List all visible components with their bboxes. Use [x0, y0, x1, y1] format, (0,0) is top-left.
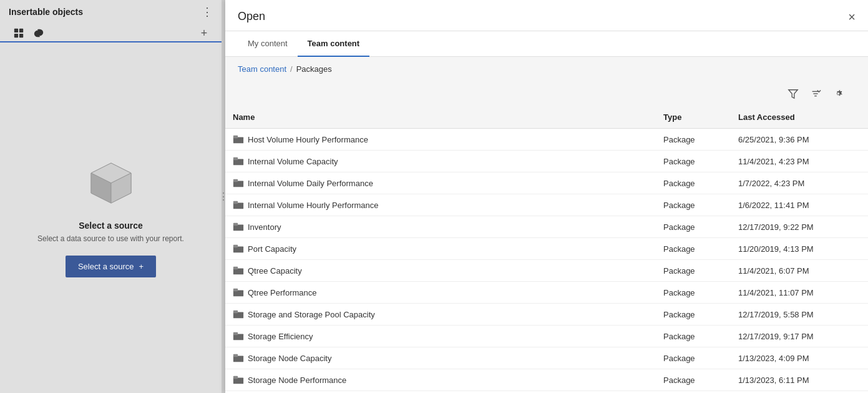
row-name-cell: Storage Node Capacity	[225, 347, 656, 369]
row-last-accessed-cell: 1/13/2023, 4:09 PM	[731, 347, 868, 369]
row-type-cell: Package	[656, 326, 731, 347]
row-last-accessed-cell: 6/25/2021, 9:36 PM	[731, 129, 868, 151]
row-type-cell: Package	[656, 304, 731, 326]
row-last-accessed-cell: 12/17/2019, 9:22 PM	[731, 216, 868, 238]
svg-rect-0	[14, 29, 18, 32]
select-source-plus-icon: +	[139, 262, 144, 271]
svg-rect-17	[233, 179, 238, 182]
dialog: Open × My content Team content Team cont…	[225, 0, 868, 393]
row-name-cell: Internal Volume Hourly Performance	[225, 194, 656, 216]
dialog-title: Open	[238, 10, 265, 23]
row-name-cell: Storage and Storage Pool Capacity	[225, 304, 656, 326]
select-source-btn-label: Select a source	[78, 262, 134, 271]
left-panel-top-icons: ⋮	[202, 5, 213, 19]
row-last-accessed-cell: 12/17/2019, 9:17 PM	[731, 326, 868, 347]
dialog-toolbar	[225, 81, 868, 106]
table-row[interactable]: Storage Node CapacityPackage1/13/2023, 4…	[225, 347, 868, 369]
filter-icon[interactable]	[786, 86, 801, 101]
tab-team-content[interactable]: Team content	[298, 31, 370, 57]
row-name-cell: Qtree Capacity	[225, 260, 656, 282]
row-type-cell: Package	[656, 151, 731, 172]
table-row[interactable]: Internal Volume Daily PerformancePackage…	[225, 172, 868, 194]
svg-rect-33	[233, 354, 238, 357]
tab-icons	[10, 25, 47, 41]
svg-rect-25	[233, 267, 238, 270]
table-row[interactable]: Storage and Storage Pool CapacityPackage…	[225, 304, 868, 326]
packages-table: Name Type Last Accessed Host Volume Hour…	[225, 106, 868, 391]
col-type: Type	[656, 106, 731, 129]
table-row[interactable]: Internal Volume Hourly PerformancePackag…	[225, 194, 868, 216]
dialog-header: Open ×	[225, 0, 868, 31]
row-last-accessed-cell: 1/7/2022, 4:23 PM	[731, 172, 868, 194]
table-row[interactable]: Storage EfficiencyPackage12/17/2019, 9:1…	[225, 326, 868, 347]
row-type-cell: Package	[656, 129, 731, 151]
select-source-desc: Select a data source to use with your re…	[37, 234, 184, 243]
table-header-row: Name Type Last Accessed	[225, 106, 868, 129]
breadcrumb-packages: Packages	[296, 64, 332, 74]
table-row[interactable]: Qtree CapacityPackage11/4/2021, 6:07 PM	[225, 260, 868, 282]
row-type-cell: Package	[656, 282, 731, 304]
row-last-accessed-cell: 11/20/2019, 4:13 PM	[731, 238, 868, 260]
svg-rect-35	[233, 376, 238, 379]
dialog-tabs: My content Team content	[225, 31, 868, 57]
settings-icon[interactable]	[831, 86, 846, 101]
row-name-cell: Storage Efficiency	[225, 326, 656, 347]
table-row[interactable]: Qtree PerformancePackage11/4/2021, 11:07…	[225, 282, 868, 304]
row-name-cell: Storage Node Performance	[225, 369, 656, 391]
row-last-accessed-cell: 12/17/2019, 5:58 PM	[731, 304, 868, 326]
row-name-cell: Inventory	[225, 216, 656, 238]
col-name: Name	[225, 106, 656, 129]
row-name-cell: Internal Volume Capacity	[225, 151, 656, 172]
left-panel-toolbar: +	[0, 19, 222, 42]
cube-icon	[86, 158, 136, 208]
link-tab-icon[interactable]	[30, 25, 47, 42]
svg-rect-13	[233, 136, 238, 139]
row-type-cell: Package	[656, 172, 731, 194]
svg-rect-27	[233, 289, 238, 292]
row-type-cell: Package	[656, 260, 731, 282]
svg-rect-3	[19, 34, 23, 37]
add-button[interactable]: +	[197, 26, 212, 41]
left-panel: Insertable objects ⋮ +	[0, 0, 222, 393]
row-type-cell: Package	[656, 369, 731, 391]
svg-rect-23	[233, 245, 238, 248]
row-name-cell: Port Capacity	[225, 238, 656, 260]
row-last-accessed-cell: 1/13/2023, 6:11 PM	[731, 369, 868, 391]
svg-rect-21	[233, 223, 238, 226]
table-row[interactable]: Storage Node PerformancePackage1/13/2023…	[225, 369, 868, 391]
table-row[interactable]: Port CapacityPackage11/20/2019, 4:13 PM	[225, 238, 868, 260]
select-source-button[interactable]: Select a source +	[66, 256, 156, 277]
table-container[interactable]: Name Type Last Accessed Host Volume Hour…	[225, 106, 868, 393]
table-row[interactable]: InventoryPackage12/17/2019, 9:22 PM	[225, 216, 868, 238]
svg-rect-29	[233, 311, 238, 314]
row-name-cell: Qtree Performance	[225, 282, 656, 304]
row-type-cell: Package	[656, 238, 731, 260]
row-type-cell: Package	[656, 216, 731, 238]
col-last-accessed: Last Accessed	[731, 106, 868, 129]
row-type-cell: Package	[656, 347, 731, 369]
svg-rect-2	[14, 34, 18, 37]
objects-tab-icon[interactable]	[10, 25, 27, 42]
svg-rect-1	[19, 29, 23, 32]
left-panel-content: Select a source Select a data source to …	[0, 42, 222, 393]
row-last-accessed-cell: 11/4/2021, 11:07 PM	[731, 282, 868, 304]
more-options-icon[interactable]: ⋮	[202, 5, 213, 19]
select-source-title: Select a source	[79, 221, 143, 231]
row-last-accessed-cell: 11/4/2021, 6:07 PM	[731, 260, 868, 282]
tab-my-content[interactable]: My content	[238, 31, 298, 57]
table-row[interactable]: Internal Volume CapacityPackage11/4/2021…	[225, 151, 868, 172]
row-type-cell: Package	[656, 194, 731, 216]
svg-rect-15	[233, 157, 238, 161]
breadcrumb-separator: /	[290, 64, 293, 74]
row-name-cell: Host Volume Hourly Performance	[225, 129, 656, 151]
row-last-accessed-cell: 11/4/2021, 4:23 PM	[731, 151, 868, 172]
left-panel-header: Insertable objects ⋮	[0, 0, 222, 19]
close-button[interactable]: ×	[848, 11, 856, 23]
svg-rect-19	[233, 201, 238, 204]
breadcrumb: Team content / Packages	[225, 57, 868, 81]
row-last-accessed-cell: 1/6/2022, 11:41 PM	[731, 194, 868, 216]
table-row[interactable]: Host Volume Hourly PerformancePackage6/2…	[225, 129, 868, 151]
svg-rect-31	[233, 332, 238, 336]
breadcrumb-team-content[interactable]: Team content	[238, 64, 286, 74]
sort-icon[interactable]	[808, 86, 823, 101]
